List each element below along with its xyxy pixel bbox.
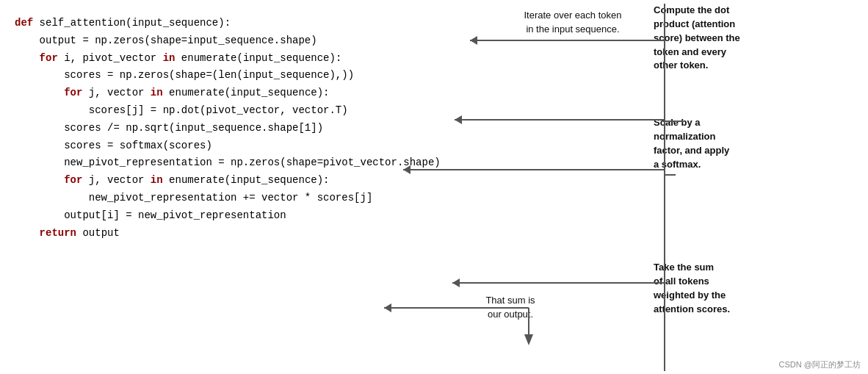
code-line-7: scores /= np.sqrt(input_sequence.shape[1… [15, 120, 492, 137]
code-line-9: new_pivot_representation = np.zeros(shap… [15, 154, 492, 172]
code-line-2: output = np.zeros(shape=input_sequence.s… [15, 32, 492, 50]
code-line-11: new_pivot_representation += vector * sco… [15, 190, 492, 207]
code-line-1: def self_attention(input_sequence): [15, 15, 492, 32]
code-section: def self_attention(input_sequence): outp… [0, 0, 499, 374]
code-line-5: for j, vector in enumerate(input_sequenc… [15, 84, 492, 102]
code-line-12: output[i] = new_pivot_representation [15, 207, 492, 225]
scale-annotation: Scale by a normalization factor, and app… [654, 116, 789, 171]
code-line-8: scores = softmax(scores) [15, 137, 492, 155]
output-annotation: That sum is our output. [455, 294, 565, 322]
code-line-3: for i, pivot_vector in enumerate(input_s… [15, 50, 492, 68]
code-line-13: return output [15, 225, 492, 242]
iterate-title: Iterate over each token [524, 10, 622, 21]
iterate-annotation: Iterate over each token in the input seq… [499, 9, 646, 37]
sum-annotation: Take the sum of all tokens weighted by t… [654, 261, 789, 316]
dot-product-annotation: Compute the dot product (attention score… [654, 4, 800, 73]
footer-text: CSDN @阿正的梦工坊 [779, 359, 861, 370]
code-line-10: for j, vector in enumerate(input_sequenc… [15, 172, 492, 190]
iterate-subtitle: in the input sequence. [526, 24, 619, 35]
code-line-4: scores = np.zeros(shape=(len(input_seque… [15, 67, 492, 84]
annotation-section: Iterate over each token in the input seq… [499, 0, 868, 374]
main-container: def self_attention(input_sequence): outp… [0, 0, 868, 374]
code-line-6: scores[j] = np.dot(pivot_vector, vector.… [15, 102, 492, 120]
